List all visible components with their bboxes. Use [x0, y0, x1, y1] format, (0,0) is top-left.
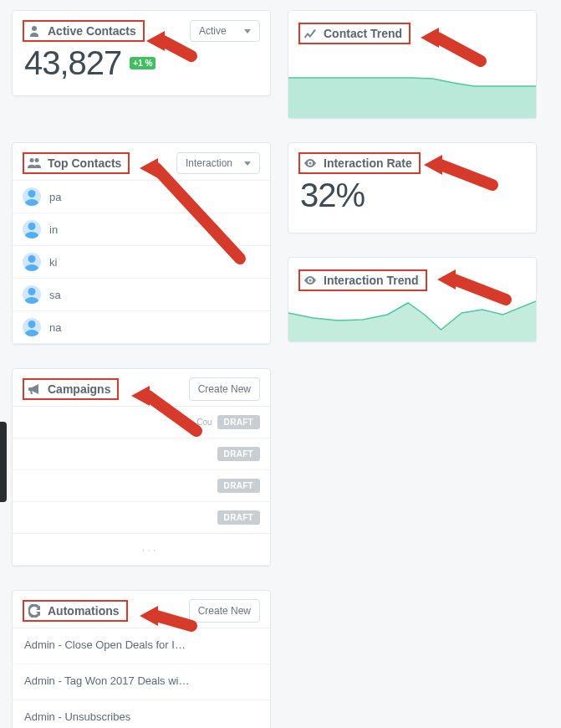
campaigns-title-wrap: Campaigns: [23, 378, 119, 400]
interaction-trend-title: Interaction Trend: [324, 274, 419, 287]
campaigns-title: Campaigns: [48, 382, 110, 396]
table-row[interactable]: DRAFT: [13, 470, 270, 502]
automation-name: Admin - Close Open Deals for Importe: [24, 638, 191, 651]
active-contacts-title-wrap: Active Contacts: [23, 20, 145, 42]
list-item[interactable]: Admin - Close Open Deals for Importe: [13, 628, 270, 664]
list-item[interactable]: sa: [13, 279, 270, 311]
automation-name: Admin - Unsubscribes: [24, 710, 130, 723]
status-badge: DRAFT: [217, 479, 260, 493]
interaction-rate-card: Interaction Rate 32%: [288, 142, 537, 233]
contact-name: in: [49, 223, 58, 236]
table-row[interactable]: Cou DRAFT: [13, 407, 270, 438]
trend-line-icon: [303, 27, 317, 40]
automation-name: Admin - Tag Won 2017 Deals with "Hi: [24, 674, 191, 687]
table-row[interactable]: · · ·: [13, 534, 270, 566]
contact-trend-card: Contact Trend: [288, 10, 537, 119]
automations-list: Admin - Close Open Deals for Importe Adm…: [13, 628, 270, 728]
active-contacts-value: 43,827: [24, 44, 121, 82]
interaction-trend-card: Interaction Trend: [288, 257, 537, 342]
contact-trend-chart: [288, 71, 536, 118]
people-icon: [28, 156, 41, 170]
status-badge: DRAFT: [217, 447, 260, 461]
delta-badge: +1 %: [130, 57, 156, 69]
campaigns-list: Cou DRAFT DRAFT DRAFT DRAFT · · ·: [13, 406, 270, 566]
top-contacts-title: Top Contacts: [48, 156, 121, 170]
top-contacts-card: Top Contacts Interaction pa in ki sa na: [12, 142, 271, 345]
row-placeholder: · · ·: [142, 544, 156, 556]
automations-title-wrap: Automations: [23, 600, 128, 622]
automations-title: Automations: [48, 604, 120, 618]
status-badge: DRAFT: [217, 415, 260, 429]
create-automation-button[interactable]: Create New: [189, 599, 260, 623]
list-item[interactable]: Admin - Unsubscribes: [13, 700, 270, 728]
chevron-down-icon: [244, 161, 251, 166]
megaphone-icon: [28, 382, 41, 396]
table-row[interactable]: DRAFT: [13, 502, 270, 534]
contact-name: ki: [49, 256, 57, 269]
list-item[interactable]: na: [13, 311, 270, 344]
contact-trend-title-wrap: Contact Trend: [298, 23, 411, 44]
campaigns-card: Campaigns Create New Cou DRAFT DRAFT DRA…: [12, 368, 271, 567]
top-contacts-sort-dropdown[interactable]: Interaction: [176, 152, 260, 174]
contact-name: na: [49, 321, 61, 334]
interaction-rate-title: Interaction Rate: [324, 156, 412, 170]
interaction-rate-value: 32%: [300, 177, 365, 214]
chevron-down-icon: [244, 29, 251, 33]
dropdown-label: Active: [199, 25, 227, 37]
person-icon: [28, 24, 41, 38]
active-contacts-card: Active Contacts Active 43,827 +1 %: [12, 10, 271, 96]
avatar: [23, 318, 41, 336]
eye-icon: [303, 274, 317, 287]
contact-trend-title: Contact Trend: [324, 27, 402, 40]
contact-name: sa: [49, 289, 61, 301]
active-contacts-filter-dropdown[interactable]: Active: [190, 20, 260, 42]
list-item[interactable]: pa: [13, 181, 270, 213]
refresh-icon: [28, 604, 41, 618]
interaction-trend-chart: [288, 295, 536, 341]
top-contacts-list[interactable]: pa in ki sa na: [13, 180, 270, 344]
status-badge: DRAFT: [217, 510, 260, 525]
contact-name: pa: [49, 191, 61, 203]
top-contacts-title-wrap: Top Contacts: [23, 152, 130, 174]
interaction-rate-title-wrap: Interaction Rate: [298, 152, 421, 174]
avatar: [23, 253, 41, 271]
interaction-trend-title-wrap: Interaction Trend: [298, 269, 427, 291]
table-row[interactable]: DRAFT: [13, 438, 270, 470]
active-contacts-title: Active Contacts: [48, 24, 136, 38]
create-campaign-button[interactable]: Create New: [189, 377, 260, 401]
list-item[interactable]: Admin - Tag Won 2017 Deals with "Hi: [13, 664, 270, 700]
list-item[interactable]: ki: [13, 246, 270, 279]
avatar: [23, 220, 41, 238]
campaign-fragment: Cou: [196, 418, 212, 427]
side-tab[interactable]: [0, 422, 7, 502]
dropdown-label: Interaction: [186, 157, 232, 169]
automations-card: Automations Create New Admin - Close Ope…: [12, 590, 271, 728]
eye-icon: [303, 156, 317, 170]
avatar: [23, 187, 41, 206]
list-item[interactable]: in: [13, 213, 270, 246]
avatar: [23, 285, 41, 304]
